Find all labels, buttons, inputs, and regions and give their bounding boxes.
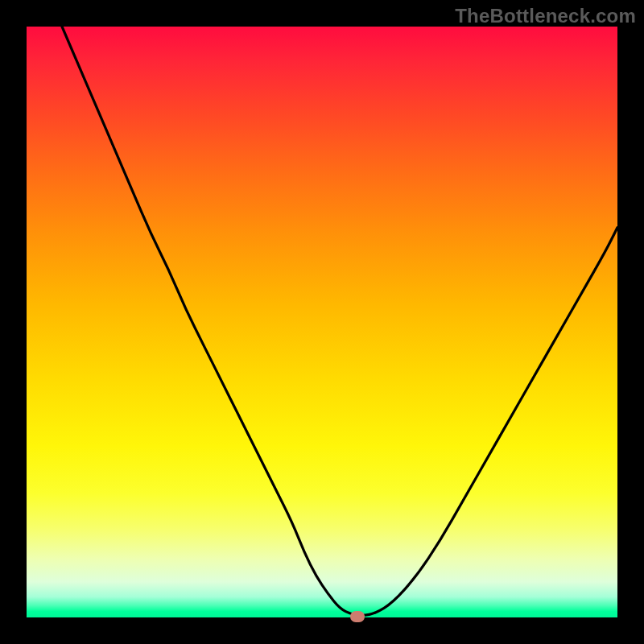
optimal-point-marker (350, 611, 365, 622)
chart-frame: TheBottleneck.com (0, 0, 644, 644)
plot-area (27, 27, 617, 617)
watermark-text: TheBottleneck.com (455, 5, 636, 27)
bottleneck-curve (27, 27, 617, 617)
